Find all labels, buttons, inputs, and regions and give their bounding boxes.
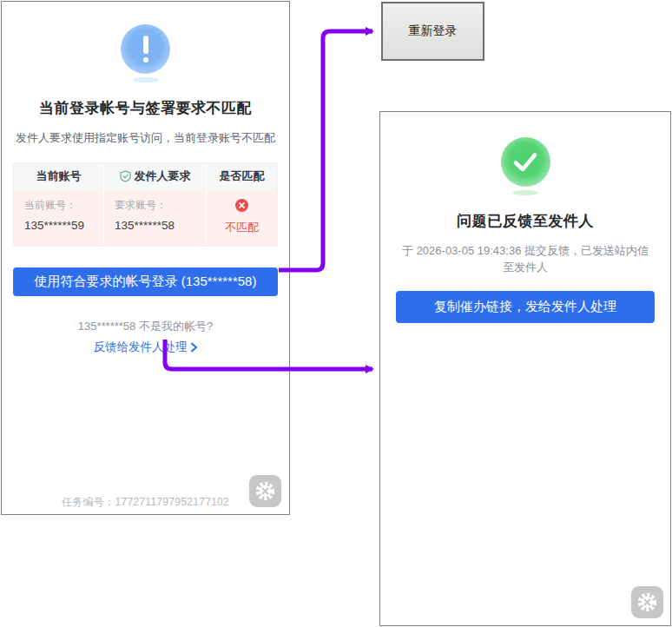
table-header-row: 当前账号 发件人要求 是否匹配: [14, 163, 277, 189]
account-mismatch-panel: 当前登录帐号与签署要求不匹配 发件人要求使用指定账号访问，当前登录账号不匹配 当…: [1, 1, 290, 515]
current-account-label: 当前账号：: [14, 198, 103, 213]
header-match-status: 是否匹配: [206, 163, 277, 189]
icon-shadow: [133, 77, 159, 82]
status-badge: 不匹配: [207, 220, 277, 235]
x-circle-icon: [235, 199, 248, 212]
exclamation-circle-icon: [121, 24, 170, 74]
header-sender-requirement: 发件人要求: [103, 163, 206, 189]
settings-gear-button[interactable]: [631, 586, 663, 618]
page-title: 当前登录帐号与签署要求不匹配: [2, 98, 289, 118]
success-subtitle: 于 2026-03-05 19:43:36 提交反馈，已发送站内信至发件人: [380, 242, 670, 275]
relogin-button[interactable]: 重新登录: [381, 2, 484, 61]
feedback-to-sender-link[interactable]: 反馈给发件人处理: [2, 340, 289, 355]
header-current-account: 当前账号: [14, 163, 103, 189]
login-matching-account-button[interactable]: 使用符合要求的帐号登录 (135******58): [13, 267, 278, 296]
icon-shadow: [512, 190, 538, 195]
task-number-value: 1772711797952177102: [115, 496, 229, 508]
warning-icon-wrap: [2, 2, 289, 82]
copy-urge-link-button[interactable]: 复制催办链接，发给发件人处理: [396, 291, 655, 323]
table-row: 当前账号： 135******59 要求账号： 135******58 不匹配: [14, 189, 277, 246]
match-status-cell: 不匹配: [206, 189, 277, 246]
required-account-label: 要求账号：: [104, 198, 206, 213]
success-title: 问题已反馈至发件人: [380, 211, 670, 231]
task-number-line: 任务编号：1772711797952177102: [2, 495, 289, 510]
gear-tools-icon: [636, 591, 658, 613]
header-sender-requirement-label: 发件人要求: [135, 168, 191, 184]
chevron-right-icon: [190, 342, 198, 353]
account-compare-table: 当前账号 发件人要求 是否匹配 当前账号： 135******59 要求账号： …: [13, 162, 278, 247]
check-circle-icon: [501, 137, 550, 187]
current-account-cell: 当前账号： 135******59: [14, 189, 103, 246]
required-account-cell: 要求账号： 135******58: [103, 189, 206, 246]
feedback-success-panel: 问题已反馈至发件人 于 2026-03-05 19:43:36 提交反馈，已发送…: [379, 111, 671, 626]
arrow-login-to-relogin: [279, 31, 372, 270]
success-icon-wrap: [380, 112, 670, 195]
shield-check-icon: [120, 170, 131, 182]
task-number-label: 任务编号：: [62, 496, 115, 508]
page-subtitle: 发件人要求使用指定账号访问，当前登录账号不匹配: [2, 129, 289, 146]
required-account-value: 135******58: [104, 219, 206, 232]
feedback-link-label: 反馈给发件人处理: [94, 340, 188, 355]
current-account-value: 135******59: [14, 219, 103, 232]
not-my-account-text: 135******58 不是我的帐号?: [2, 319, 289, 334]
